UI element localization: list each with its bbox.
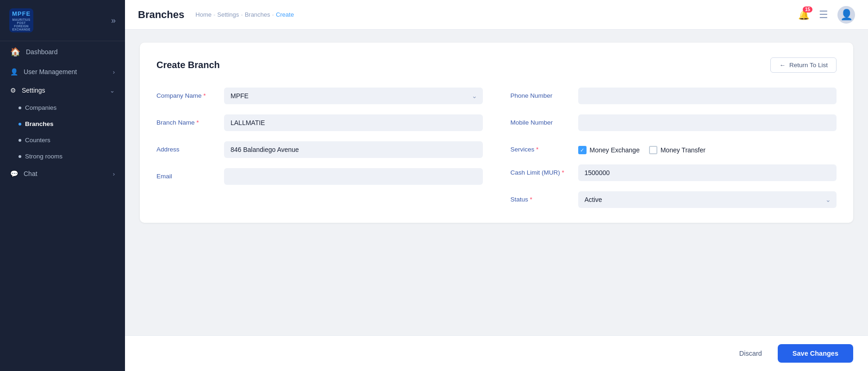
chevron-right-chat-icon: › [113, 170, 115, 177]
phone-row: Phone Number [511, 88, 837, 104]
form-right: Phone Number Mobile Number [511, 88, 837, 208]
sidebar-item-branches[interactable]: Branches [0, 116, 125, 132]
services-checkboxes: ✓ Money Exchange Money Transfer [578, 141, 706, 154]
status-label: Status * [511, 191, 571, 203]
form-left: Company Name * MPFE ⌄ Bra [156, 88, 483, 208]
services-label: Services * [511, 141, 571, 153]
phone-input[interactable] [578, 88, 837, 104]
company-name-select[interactable]: MPFE [224, 88, 483, 104]
dot-icon [19, 155, 21, 158]
status-row: Status * Active Inactive ⌄ [511, 191, 837, 208]
email-row: Email [156, 168, 483, 185]
dot-active-icon [19, 123, 21, 126]
email-input[interactable] [224, 168, 483, 185]
sidebar-item-dashboard[interactable]: 🏠 Dashboard [0, 41, 125, 63]
sep3: - [272, 11, 274, 18]
card-title: Create Branch [156, 60, 220, 70]
chevron-down-icon: ⌄ [110, 87, 115, 94]
mobile-row: Mobile Number [511, 114, 837, 131]
sep1: - [213, 11, 215, 18]
cash-limit-input[interactable] [578, 164, 837, 181]
settings-icon: ⚙ [10, 87, 16, 94]
footer-actions: Discard Save Changes [125, 335, 868, 371]
chevron-right-icon: › [113, 69, 115, 75]
address-label: Address [156, 141, 217, 153]
email-label: Email [156, 168, 217, 180]
sep2: - [241, 11, 243, 18]
sidebar-item-user-management[interactable]: 👤 User Management › [0, 63, 125, 81]
logo-icon: MPFE MAURITIUS POST FOREIGN EXCHANGE [9, 8, 33, 32]
address-input[interactable] [224, 141, 483, 158]
discard-button[interactable]: Discard [731, 345, 770, 362]
save-changes-button[interactable]: Save Changes [778, 344, 853, 363]
avatar[interactable]: 👤 [837, 6, 855, 24]
mobile-label: Mobile Number [511, 114, 571, 126]
sidebar-item-companies[interactable]: Companies [0, 100, 125, 116]
company-name-row: Company Name * MPFE ⌄ [156, 88, 483, 104]
phone-label: Phone Number [511, 88, 571, 99]
required-star: * [196, 119, 199, 126]
page-title: Branches [138, 9, 184, 21]
breadcrumb-settings[interactable]: Settings [217, 11, 239, 18]
branch-name-row: Branch Name * [156, 114, 483, 131]
dot-icon [19, 139, 21, 142]
create-branch-card: Create Branch ← Return To List Company N… [140, 43, 853, 223]
chat-icon: 💬 [10, 170, 18, 177]
status-select-wrap: Active Inactive ⌄ [578, 191, 837, 208]
sidebar-item-chat[interactable]: 💬 Chat › [0, 164, 125, 183]
company-name-label: Company Name * [156, 88, 217, 99]
status-select[interactable]: Active Inactive [578, 191, 837, 208]
required-star: * [562, 169, 564, 176]
required-star: * [536, 146, 538, 153]
breadcrumb-branches[interactable]: Branches [245, 11, 270, 18]
cash-limit-row: Cash Limit (MUR) * [511, 164, 837, 181]
money-exchange-checkbox[interactable]: ✓ [578, 146, 587, 154]
main-area: Branches Home - Settings - Branches - Cr… [125, 0, 868, 371]
logo-box: MPFE MAURITIUS POST FOREIGN EXCHANGE [9, 8, 33, 32]
breadcrumb-home[interactable]: Home [195, 11, 212, 18]
sidebar-item-counters[interactable]: Counters [0, 132, 125, 148]
breadcrumb-current: Create [276, 11, 294, 18]
arrow-left-icon: ← [779, 62, 786, 69]
settings-submenu: Companies Branches Counters Strong rooms [0, 100, 125, 164]
header: Branches Home - Settings - Branches - Cr… [125, 0, 868, 30]
notification-badge: 15 [803, 6, 812, 13]
address-row: Address [156, 141, 483, 158]
return-to-list-button[interactable]: ← Return To List [770, 57, 837, 73]
form-grid: Company Name * MPFE ⌄ Bra [156, 88, 837, 208]
required-star: * [203, 92, 206, 99]
branch-name-label: Branch Name * [156, 114, 217, 126]
mobile-input[interactable] [578, 114, 837, 131]
branch-name-input[interactable] [224, 114, 483, 131]
sidebar-collapse-icon[interactable]: » [111, 16, 116, 25]
notification-button[interactable]: 🔔 15 [798, 9, 810, 20]
dot-icon [19, 107, 21, 109]
sidebar-logo: MPFE MAURITIUS POST FOREIGN EXCHANGE » [0, 0, 125, 41]
company-name-select-wrap: MPFE ⌄ [224, 88, 483, 104]
avatar-icon: 👤 [840, 9, 853, 21]
card-header: Create Branch ← Return To List [156, 57, 837, 73]
home-icon: 🏠 [10, 47, 20, 57]
money-transfer-checkbox-label[interactable]: Money Transfer [649, 146, 706, 154]
sidebar-item-strongrooms[interactable]: Strong rooms [0, 148, 125, 164]
cash-limit-label: Cash Limit (MUR) * [511, 164, 571, 176]
user-icon: 👤 [10, 68, 18, 75]
money-transfer-checkbox[interactable] [649, 146, 657, 154]
page-content: Create Branch ← Return To List Company N… [125, 30, 868, 335]
sidebar: MPFE MAURITIUS POST FOREIGN EXCHANGE » 🏠… [0, 0, 125, 371]
sidebar-item-settings[interactable]: ⚙ Settings ⌄ [0, 81, 125, 100]
header-left: Branches Home - Settings - Branches - Cr… [138, 9, 294, 21]
services-row: Services * ✓ Money Exchange Money Transf… [511, 141, 837, 154]
required-star: * [530, 196, 532, 203]
header-right: 🔔 15 ☰ 👤 [798, 6, 855, 24]
money-exchange-checkbox-label[interactable]: ✓ Money Exchange [578, 146, 640, 154]
menu-lines-icon[interactable]: ☰ [819, 9, 828, 21]
breadcrumb: Home - Settings - Branches - Create [195, 11, 294, 18]
